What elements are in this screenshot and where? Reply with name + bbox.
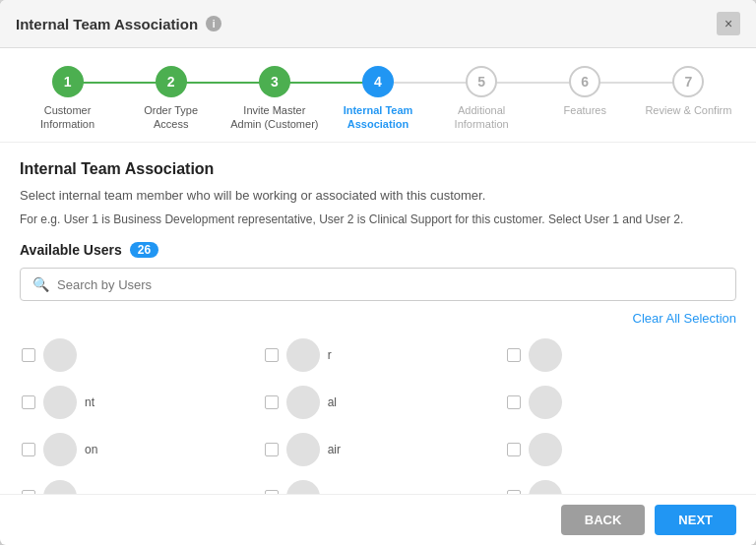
user-name: r: [328, 348, 332, 362]
step-3: 3 Invite MasterAdmin (Customer): [222, 66, 326, 132]
step-circle-7: 7: [672, 66, 704, 97]
list-item: [20, 475, 251, 494]
avatar: [529, 386, 562, 419]
info-icon[interactable]: i: [206, 16, 221, 31]
description-text: Select internal team member who will be …: [20, 186, 736, 206]
user-checkbox[interactable]: [22, 490, 35, 494]
step-circle-3: 3: [259, 66, 290, 97]
list-item: nt: [20, 381, 251, 424]
step-circle-2: 2: [156, 66, 187, 97]
search-icon: 🔍: [32, 276, 49, 292]
close-button[interactable]: ×: [717, 12, 740, 35]
list-item: air: [263, 428, 494, 471]
step-circle-5: 5: [466, 66, 497, 97]
step-label-5: AdditionalInformation: [455, 103, 509, 132]
step-label-7: Review & Confirm: [645, 103, 731, 117]
step-2: 2 Order Type Access: [119, 66, 222, 132]
user-name: on: [85, 443, 97, 456]
stepper: 1 CustomerInformation 2 Order Type Acces…: [0, 48, 756, 143]
available-users-row: Available Users 26: [20, 242, 736, 258]
users-badge: 26: [130, 242, 158, 258]
avatar: [43, 480, 77, 494]
list-item: [505, 381, 736, 424]
step-6: 6 Features: [534, 66, 637, 117]
avatar: [286, 480, 320, 494]
user-checkbox[interactable]: [507, 395, 521, 409]
available-users-label: Available Users: [20, 242, 122, 258]
step-1: 1 CustomerInformation: [16, 66, 119, 132]
user-name: nt: [85, 395, 94, 409]
avatar: [286, 386, 320, 419]
list-item: [505, 475, 736, 494]
user-checkbox[interactable]: [507, 490, 521, 494]
step-circle-1: 1: [52, 66, 84, 97]
list-item: [20, 333, 251, 377]
avatar: [529, 338, 562, 372]
clear-all-row: Clear All Selection: [20, 311, 736, 326]
list-item: [505, 428, 736, 471]
step-circle-6: 6: [569, 66, 600, 97]
user-name: al: [328, 395, 337, 409]
step-7: 7 Review & Confirm: [637, 66, 740, 117]
list-item: x: [263, 475, 494, 494]
search-input[interactable]: [57, 277, 724, 292]
modal-footer: BACK NEXT: [0, 494, 756, 545]
step-label-2: Order Type Access: [127, 103, 216, 132]
user-checkbox[interactable]: [22, 348, 35, 362]
user-checkbox[interactable]: [265, 348, 279, 362]
modal-container: Internal Team Association i × 1 Customer…: [0, 0, 756, 545]
step-5: 5 AdditionalInformation: [430, 66, 534, 132]
avatar: [286, 433, 320, 466]
user-checkbox[interactable]: [507, 348, 521, 362]
step-label-1: CustomerInformation: [40, 103, 94, 132]
user-checkbox[interactable]: [265, 490, 279, 494]
user-name: air: [328, 443, 341, 456]
user-checkbox[interactable]: [507, 443, 521, 456]
modal-body: Internal Team Association Select interna…: [0, 143, 756, 494]
avatar: [43, 433, 77, 466]
step-4: 4 Internal TeamAssociation: [326, 66, 429, 132]
user-checkbox[interactable]: [22, 443, 35, 456]
list-item: al: [263, 381, 494, 424]
step-label-6: Features: [564, 103, 606, 117]
user-name: x: [328, 490, 334, 494]
example-text: For e.g. User 1 is Business Development …: [20, 211, 736, 228]
avatar: [43, 338, 77, 372]
user-checkbox[interactable]: [265, 443, 279, 456]
search-box: 🔍: [20, 268, 736, 301]
user-checkbox[interactable]: [22, 395, 35, 409]
section-title: Internal Team Association: [20, 160, 736, 178]
step-circle-4: 4: [362, 66, 394, 97]
avatar: [286, 338, 320, 372]
avatar: [529, 433, 562, 466]
user-checkbox[interactable]: [265, 395, 279, 409]
users-grid: r nt al: [20, 333, 736, 494]
step-label-4: Internal TeamAssociation: [344, 103, 413, 132]
list-item: on: [20, 428, 251, 471]
avatar: [43, 386, 77, 419]
clear-all-link[interactable]: Clear All Selection: [633, 311, 737, 326]
modal-title-text: Internal Team Association: [16, 16, 198, 32]
next-button[interactable]: NEXT: [655, 505, 736, 535]
back-button[interactable]: BACK: [561, 505, 646, 535]
list-item: r: [263, 333, 494, 377]
step-label-3: Invite MasterAdmin (Customer): [230, 103, 318, 132]
avatar: [529, 480, 562, 494]
modal-title-row: Internal Team Association i: [16, 16, 221, 32]
modal-header: Internal Team Association i ×: [0, 0, 756, 48]
list-item: [505, 333, 736, 377]
